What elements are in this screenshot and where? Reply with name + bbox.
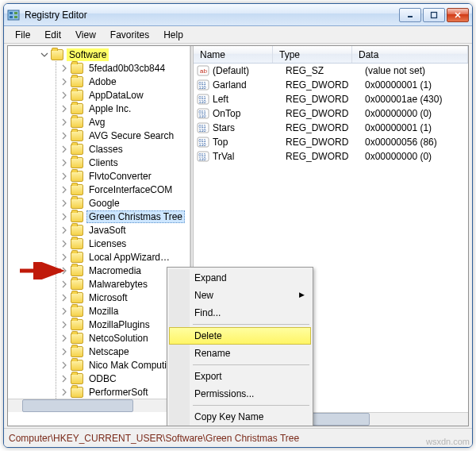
list-row[interactable]: 011110TrValREG_DWORD0x00000000 (0) bbox=[194, 149, 468, 164]
tree-item-label[interactable]: Google bbox=[86, 197, 122, 210]
tree-item-label[interactable]: AppDataLow bbox=[86, 89, 146, 102]
expand-icon[interactable] bbox=[60, 64, 69, 73]
expand-icon[interactable] bbox=[60, 387, 69, 397]
expand-icon[interactable] bbox=[60, 266, 69, 276]
expand-icon[interactable] bbox=[60, 104, 69, 114]
menu-edit[interactable]: Edit bbox=[38, 28, 67, 42]
expand-icon[interactable] bbox=[60, 226, 69, 235]
expand-icon[interactable] bbox=[60, 239, 69, 249]
list-row[interactable]: 011110LeftREG_DWORD0x000001ae (430) bbox=[194, 92, 468, 106]
list-row[interactable]: 011110TopREG_DWORD0x00000056 (86) bbox=[194, 135, 468, 149]
tree-item-label[interactable]: Macromedia bbox=[86, 264, 144, 277]
expand-icon[interactable] bbox=[60, 185, 69, 195]
context-menu-item-expand[interactable]: Expand bbox=[169, 269, 311, 287]
tree-item[interactable]: ForceInterfaceCOM bbox=[56, 183, 190, 196]
tree-root-software[interactable]: Software bbox=[67, 48, 109, 61]
menu-file[interactable]: File bbox=[9, 28, 36, 42]
expand-icon[interactable] bbox=[60, 360, 69, 370]
context-menu: ExpandNew▶Find...DeleteRenameExportPermi… bbox=[167, 267, 313, 426]
tree-item-label[interactable]: Green Christmas Tree bbox=[86, 210, 185, 223]
expand-icon[interactable] bbox=[60, 199, 69, 208]
tree-item[interactable]: JavaSoft bbox=[56, 223, 190, 237]
collapse-icon[interactable] bbox=[40, 50, 49, 60]
tree-item-label[interactable]: Avg bbox=[86, 116, 107, 129]
value-name: Top bbox=[213, 137, 286, 148]
expand-icon[interactable] bbox=[60, 212, 69, 222]
expand-icon[interactable] bbox=[60, 91, 69, 100]
context-menu-item-export[interactable]: Export bbox=[169, 368, 311, 385]
menu-view[interactable]: View bbox=[69, 28, 102, 42]
tree-item-label[interactable]: MozillaPlugins bbox=[86, 318, 152, 331]
tree-item-label[interactable]: ODBC bbox=[86, 372, 119, 385]
tree-item[interactable]: AppDataLow bbox=[56, 88, 190, 102]
expand-icon[interactable] bbox=[60, 333, 69, 343]
expand-icon[interactable] bbox=[60, 131, 69, 141]
expand-icon[interactable] bbox=[60, 374, 69, 384]
context-menu-item-copy-key-name[interactable]: Copy Key Name bbox=[169, 408, 311, 426]
tree-item[interactable]: Adobe bbox=[56, 75, 190, 88]
expand-icon[interactable] bbox=[60, 320, 69, 330]
context-menu-item-permissions[interactable]: Permissions... bbox=[169, 385, 311, 403]
tree-item[interactable]: 5fedad0b03cb844 bbox=[56, 61, 190, 75]
context-menu-item-rename[interactable]: Rename bbox=[169, 345, 311, 362]
list-row[interactable]: 011110StarsREG_DWORD0x00000001 (1) bbox=[194, 121, 468, 135]
tree-item-label[interactable]: 5fedad0b03cb844 bbox=[86, 62, 167, 75]
tree-item[interactable]: AVG Secure Search bbox=[56, 129, 190, 142]
tree-item[interactable]: Local AppWizard… bbox=[56, 250, 190, 264]
expand-icon[interactable] bbox=[60, 279, 69, 289]
expand-icon[interactable] bbox=[60, 77, 69, 87]
list-row[interactable]: 011110GarlandREG_DWORD0x00000001 (1) bbox=[194, 78, 468, 92]
tree-item-label[interactable]: PerformerSoft bbox=[86, 386, 151, 399]
tree-item[interactable]: Clients bbox=[56, 156, 190, 169]
tree-item[interactable]: Google bbox=[56, 196, 190, 210]
expand-icon[interactable] bbox=[60, 306, 69, 316]
tree-item-label[interactable]: Nico Mak Computing bbox=[86, 359, 179, 372]
tree-item[interactable]: Classes bbox=[56, 142, 190, 156]
minimize-button[interactable] bbox=[399, 8, 421, 22]
tree-item[interactable]: Licenses bbox=[56, 237, 190, 250]
menu-favorites[interactable]: Favorites bbox=[104, 28, 155, 42]
tree-item-label[interactable]: Local AppWizard… bbox=[86, 251, 172, 264]
tree-item-label[interactable]: FlvtoConverter bbox=[86, 170, 154, 183]
context-menu-item-find[interactable]: Find... bbox=[169, 304, 311, 322]
column-header-data[interactable]: Data bbox=[352, 46, 468, 63]
column-header-type[interactable]: Type bbox=[273, 46, 352, 63]
tree-item-label[interactable]: Netscape bbox=[86, 345, 132, 358]
context-menu-item-new[interactable]: New▶ bbox=[169, 287, 311, 304]
tree-item-label[interactable]: Apple Inc. bbox=[86, 102, 133, 115]
tree-item-label[interactable]: Malwarebytes bbox=[86, 278, 150, 291]
close-button[interactable] bbox=[447, 8, 469, 22]
titlebar[interactable]: Registry Editor bbox=[4, 4, 472, 26]
list-row[interactable]: 011110OnTopREG_DWORD0x00000000 (0) bbox=[194, 106, 468, 121]
tree-item-label[interactable]: Adobe bbox=[86, 75, 119, 88]
tree-item-label[interactable]: AVG Secure Search bbox=[86, 129, 176, 142]
tree-item[interactable]: Avg bbox=[56, 115, 190, 129]
context-menu-item-delete[interactable]: Delete bbox=[169, 327, 311, 345]
menu-help[interactable]: Help bbox=[157, 28, 190, 42]
expand-icon[interactable] bbox=[60, 252, 69, 262]
expand-icon[interactable] bbox=[60, 293, 69, 303]
tree-item-label[interactable]: Classes bbox=[86, 143, 125, 156]
maximize-button[interactable] bbox=[423, 8, 445, 22]
expand-icon[interactable] bbox=[60, 172, 69, 181]
expand-icon[interactable] bbox=[60, 347, 69, 357]
tree-item-label[interactable]: JavaSoft bbox=[86, 224, 129, 237]
tree-pane[interactable]: Software 5fedad0b03cb844AdobeAppDataLowA… bbox=[8, 46, 190, 426]
tree-item[interactable]: Green Christmas Tree bbox=[56, 210, 190, 223]
column-header-name[interactable]: Name bbox=[194, 46, 273, 63]
tree-item-label[interactable]: Mozilla bbox=[86, 305, 121, 318]
dword-value-icon: 011110 bbox=[197, 122, 209, 133]
tree-horizontal-scrollbar[interactable] bbox=[8, 399, 190, 412]
tree-item-label[interactable]: Clients bbox=[86, 156, 121, 169]
tree-item[interactable]: Apple Inc. bbox=[56, 102, 190, 115]
expand-icon[interactable] bbox=[60, 118, 69, 127]
tree-item[interactable]: FlvtoConverter bbox=[56, 169, 190, 183]
expand-icon[interactable] bbox=[60, 145, 69, 154]
tree-item-label[interactable]: NetcoSolution bbox=[86, 332, 151, 345]
tree-item-label[interactable]: ForceInterfaceCOM bbox=[86, 183, 175, 196]
tree-item-label[interactable]: Licenses bbox=[86, 237, 129, 250]
folder-icon bbox=[71, 225, 83, 236]
tree-item-label[interactable]: Microsoft bbox=[86, 291, 130, 304]
expand-icon[interactable] bbox=[60, 158, 69, 168]
list-row[interactable]: ab(Default)REG_SZ(value not set) bbox=[194, 64, 468, 78]
